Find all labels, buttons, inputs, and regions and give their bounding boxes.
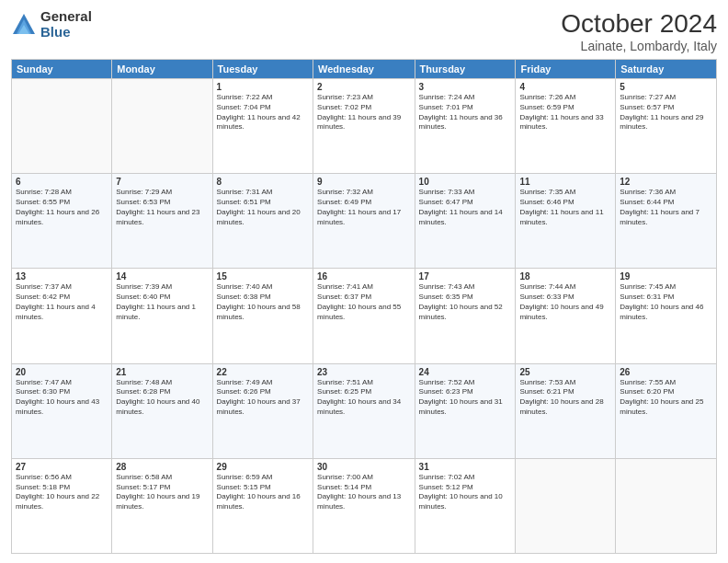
calendar-cell: 12Sunrise: 7:36 AMSunset: 6:44 PMDayligh… (616, 174, 717, 269)
day-number: 3 (419, 82, 512, 92)
day-info: Sunrise: 7:35 AMSunset: 6:46 PMDaylight:… (519, 188, 611, 227)
calendar-cell: 2Sunrise: 7:23 AMSunset: 7:02 PMDaylight… (313, 79, 415, 174)
calendar-cell: 29Sunrise: 6:59 AMSunset: 5:15 PMDayligh… (212, 458, 313, 553)
logo-icon (11, 12, 37, 38)
day-info: Sunrise: 7:37 AMSunset: 6:42 PMDaylight:… (16, 282, 108, 322)
day-info: Sunrise: 7:48 AMSunset: 6:28 PMDaylight:… (116, 378, 208, 418)
day-number: 11 (519, 177, 611, 187)
day-number: 24 (419, 367, 512, 377)
logo-blue: Blue (40, 25, 92, 40)
calendar-cell: 21Sunrise: 7:48 AMSunset: 6:28 PMDayligh… (112, 363, 212, 458)
day-info: Sunrise: 7:29 AMSunset: 6:53 PMDaylight:… (116, 188, 208, 227)
day-number: 30 (317, 462, 411, 472)
calendar-cell: 4Sunrise: 7:26 AMSunset: 6:59 PMDaylight… (516, 79, 616, 174)
weekday-header-row: Sunday Monday Tuesday Wednesday Thursday… (12, 60, 717, 79)
header-friday: Friday (516, 60, 616, 79)
day-number: 14 (116, 271, 208, 282)
calendar-cell: 20Sunrise: 7:47 AMSunset: 6:30 PMDayligh… (12, 363, 112, 458)
logo: General Blue (11, 9, 92, 40)
day-info: Sunrise: 6:56 AMSunset: 5:18 PMDaylight:… (16, 473, 108, 512)
day-info: Sunrise: 7:00 AMSunset: 5:14 PMDaylight:… (317, 473, 411, 512)
day-info: Sunrise: 7:32 AMSunset: 6:49 PMDaylight:… (317, 188, 411, 227)
day-info: Sunrise: 7:22 AMSunset: 7:04 PMDaylight:… (217, 93, 309, 132)
day-number: 26 (620, 367, 712, 377)
header-monday: Monday (112, 60, 212, 79)
day-number: 13 (16, 271, 108, 282)
calendar-cell: 3Sunrise: 7:24 AMSunset: 7:01 PMDaylight… (415, 79, 516, 174)
calendar-cell: 30Sunrise: 7:00 AMSunset: 5:14 PMDayligh… (313, 458, 415, 553)
calendar-cell: 10Sunrise: 7:33 AMSunset: 6:47 PMDayligh… (415, 174, 516, 269)
day-number: 28 (116, 462, 208, 472)
day-number: 15 (217, 271, 309, 282)
calendar-cell: 22Sunrise: 7:49 AMSunset: 6:26 PMDayligh… (212, 363, 313, 458)
day-number: 12 (620, 177, 712, 187)
calendar-cell: 8Sunrise: 7:31 AMSunset: 6:51 PMDaylight… (212, 174, 313, 269)
calendar-cell: 1Sunrise: 7:22 AMSunset: 7:04 PMDaylight… (212, 79, 313, 174)
day-info: Sunrise: 7:49 AMSunset: 6:26 PMDaylight:… (217, 378, 309, 418)
calendar-week-row: 27Sunrise: 6:56 AMSunset: 5:18 PMDayligh… (12, 458, 717, 553)
calendar-cell: 15Sunrise: 7:40 AMSunset: 6:38 PMDayligh… (212, 269, 313, 363)
calendar-week-row: 20Sunrise: 7:47 AMSunset: 6:30 PMDayligh… (12, 363, 717, 458)
calendar-cell: 26Sunrise: 7:55 AMSunset: 6:20 PMDayligh… (616, 363, 717, 458)
day-number: 20 (16, 367, 108, 377)
day-info: Sunrise: 6:58 AMSunset: 5:17 PMDaylight:… (116, 473, 208, 512)
calendar-cell (12, 79, 112, 174)
day-number: 21 (116, 367, 208, 377)
calendar-table: Sunday Monday Tuesday Wednesday Thursday… (11, 59, 717, 554)
day-info: Sunrise: 7:39 AMSunset: 6:40 PMDaylight:… (116, 282, 208, 322)
day-info: Sunrise: 7:27 AMSunset: 6:57 PMDaylight:… (620, 93, 712, 132)
day-info: Sunrise: 7:55 AMSunset: 6:20 PMDaylight:… (620, 378, 712, 418)
day-number: 10 (419, 177, 512, 187)
day-number: 16 (317, 271, 411, 282)
calendar-cell: 11Sunrise: 7:35 AMSunset: 6:46 PMDayligh… (516, 174, 616, 269)
calendar-cell: 16Sunrise: 7:41 AMSunset: 6:37 PMDayligh… (313, 269, 415, 363)
calendar-cell (616, 458, 717, 553)
day-number: 22 (217, 367, 309, 377)
day-number: 5 (620, 82, 712, 92)
day-info: Sunrise: 7:26 AMSunset: 6:59 PMDaylight:… (519, 93, 611, 132)
calendar-cell: 24Sunrise: 7:52 AMSunset: 6:23 PMDayligh… (415, 363, 516, 458)
day-number: 7 (116, 177, 208, 187)
day-info: Sunrise: 7:33 AMSunset: 6:47 PMDaylight:… (419, 188, 512, 227)
location: Lainate, Lombardy, Italy (561, 39, 717, 53)
day-info: Sunrise: 7:23 AMSunset: 7:02 PMDaylight:… (317, 93, 411, 132)
day-info: Sunrise: 7:44 AMSunset: 6:33 PMDaylight:… (519, 282, 611, 322)
calendar-week-row: 6Sunrise: 7:28 AMSunset: 6:55 PMDaylight… (12, 174, 717, 269)
day-number: 4 (519, 82, 611, 92)
day-info: Sunrise: 7:31 AMSunset: 6:51 PMDaylight:… (217, 188, 309, 227)
calendar-cell: 23Sunrise: 7:51 AMSunset: 6:25 PMDayligh… (313, 363, 415, 458)
day-number: 19 (620, 271, 712, 282)
header-wednesday: Wednesday (313, 60, 415, 79)
calendar-week-row: 1Sunrise: 7:22 AMSunset: 7:04 PMDaylight… (12, 79, 717, 174)
logo-text: General Blue (40, 9, 92, 40)
day-number: 17 (419, 271, 512, 282)
calendar-cell: 27Sunrise: 6:56 AMSunset: 5:18 PMDayligh… (12, 458, 112, 553)
day-info: Sunrise: 7:47 AMSunset: 6:30 PMDaylight:… (16, 378, 108, 418)
day-number: 6 (16, 177, 108, 187)
header-thursday: Thursday (415, 60, 516, 79)
calendar-cell: 14Sunrise: 7:39 AMSunset: 6:40 PMDayligh… (112, 269, 212, 363)
day-number: 27 (16, 462, 108, 472)
day-info: Sunrise: 7:02 AMSunset: 5:12 PMDaylight:… (419, 473, 512, 512)
day-info: Sunrise: 7:52 AMSunset: 6:23 PMDaylight:… (419, 378, 512, 418)
calendar-cell: 6Sunrise: 7:28 AMSunset: 6:55 PMDaylight… (12, 174, 112, 269)
day-info: Sunrise: 7:41 AMSunset: 6:37 PMDaylight:… (317, 282, 411, 322)
logo-general: General (40, 9, 92, 25)
calendar-cell (516, 458, 616, 553)
calendar-cell: 17Sunrise: 7:43 AMSunset: 6:35 PMDayligh… (415, 269, 516, 363)
day-info: Sunrise: 7:51 AMSunset: 6:25 PMDaylight:… (317, 378, 411, 418)
calendar-cell: 13Sunrise: 7:37 AMSunset: 6:42 PMDayligh… (12, 269, 112, 363)
title-block: October 2024 Lainate, Lombardy, Italy (561, 9, 717, 53)
day-info: Sunrise: 7:36 AMSunset: 6:44 PMDaylight:… (620, 188, 712, 227)
day-number: 18 (519, 271, 611, 282)
day-info: Sunrise: 7:53 AMSunset: 6:21 PMDaylight:… (519, 378, 611, 418)
day-number: 8 (217, 177, 309, 187)
calendar-cell: 28Sunrise: 6:58 AMSunset: 5:17 PMDayligh… (112, 458, 212, 553)
day-info: Sunrise: 6:59 AMSunset: 5:15 PMDaylight:… (217, 473, 309, 512)
header-saturday: Saturday (616, 60, 717, 79)
calendar-week-row: 13Sunrise: 7:37 AMSunset: 6:42 PMDayligh… (12, 269, 717, 363)
day-info: Sunrise: 7:40 AMSunset: 6:38 PMDaylight:… (217, 282, 309, 322)
day-info: Sunrise: 7:24 AMSunset: 7:01 PMDaylight:… (419, 93, 512, 132)
page-header: General Blue October 2024 Lainate, Lomba… (11, 9, 717, 53)
day-number: 2 (317, 82, 411, 92)
